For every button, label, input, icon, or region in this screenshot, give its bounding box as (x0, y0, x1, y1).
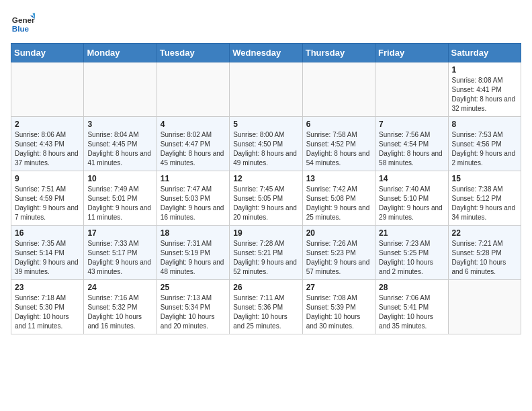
day-number: 28 (379, 283, 444, 292)
calendar-cell: 6Sunrise: 7:58 AMSunset: 4:52 PMDaylight… (302, 117, 375, 171)
calendar-cell: 10Sunrise: 7:49 AMSunset: 5:01 PMDayligh… (84, 171, 157, 226)
day-number: 24 (87, 283, 152, 292)
day-info: Sunrise: 7:40 AMSunset: 5:10 PMDaylight:… (379, 185, 444, 222)
calendar-table: SundayMondayTuesdayWednesdayThursdayFrid… (11, 43, 521, 334)
day-info: Sunrise: 8:06 AMSunset: 4:43 PMDaylight:… (15, 130, 80, 168)
calendar-cell: 21Sunrise: 7:23 AMSunset: 5:25 PMDayligh… (375, 226, 448, 280)
day-number: 9 (15, 174, 80, 183)
calendar-cell: 14Sunrise: 7:40 AMSunset: 5:10 PMDayligh… (375, 171, 448, 226)
day-info: Sunrise: 7:42 AMSunset: 5:08 PMDaylight:… (306, 185, 371, 222)
day-info: Sunrise: 7:18 AMSunset: 5:30 PMDaylight:… (15, 293, 80, 331)
day-number: 12 (233, 174, 298, 183)
calendar-cell: 28Sunrise: 7:06 AMSunset: 5:41 PMDayligh… (375, 280, 448, 334)
calendar-cell: 24Sunrise: 7:16 AMSunset: 5:32 PMDayligh… (84, 280, 157, 334)
day-number: 18 (161, 228, 226, 238)
weekday-header-saturday: Saturday (448, 44, 521, 62)
day-number: 7 (379, 120, 444, 129)
calendar-cell: 2Sunrise: 8:06 AMSunset: 4:43 PMDaylight… (11, 117, 84, 171)
calendar-cell: 11Sunrise: 7:47 AMSunset: 5:03 PMDayligh… (157, 171, 229, 226)
day-number: 2 (15, 120, 80, 129)
calendar-cell (84, 62, 157, 117)
day-info: Sunrise: 8:08 AMSunset: 4:41 PMDaylight:… (452, 76, 517, 113)
calendar-cell: 19Sunrise: 7:28 AMSunset: 5:21 PMDayligh… (230, 226, 302, 280)
day-number: 22 (452, 228, 517, 238)
calendar-cell (448, 280, 521, 334)
calendar-week-row: 16Sunrise: 7:35 AMSunset: 5:14 PMDayligh… (11, 226, 521, 280)
day-number: 21 (379, 228, 444, 238)
day-number: 27 (306, 283, 371, 292)
day-number: 14 (379, 174, 444, 183)
day-number: 5 (233, 120, 298, 129)
day-info: Sunrise: 7:16 AMSunset: 5:32 PMDaylight:… (87, 293, 152, 331)
day-info: Sunrise: 7:21 AMSunset: 5:28 PMDaylight:… (452, 239, 517, 277)
calendar-cell: 1Sunrise: 8:08 AMSunset: 4:41 PMDaylight… (448, 62, 521, 117)
calendar-cell: 18Sunrise: 7:31 AMSunset: 5:19 PMDayligh… (157, 226, 229, 280)
calendar-cell (230, 62, 302, 117)
day-info: Sunrise: 7:56 AMSunset: 4:54 PMDaylight:… (379, 130, 444, 168)
calendar-cell: 9Sunrise: 7:51 AMSunset: 4:59 PMDaylight… (11, 171, 84, 226)
day-number: 25 (161, 283, 226, 292)
day-number: 6 (306, 120, 371, 129)
calendar-cell: 7Sunrise: 7:56 AMSunset: 4:54 PMDaylight… (375, 117, 448, 171)
day-number: 11 (161, 174, 226, 183)
day-info: Sunrise: 7:38 AMSunset: 5:12 PMDaylight:… (452, 185, 517, 222)
calendar-cell (157, 62, 229, 117)
day-number: 13 (306, 174, 371, 183)
calendar-cell (375, 62, 448, 117)
calendar-cell: 23Sunrise: 7:18 AMSunset: 5:30 PMDayligh… (11, 280, 84, 334)
day-info: Sunrise: 7:58 AMSunset: 4:52 PMDaylight:… (306, 130, 371, 168)
calendar-cell: 15Sunrise: 7:38 AMSunset: 5:12 PMDayligh… (448, 171, 521, 226)
day-info: Sunrise: 7:11 AMSunset: 5:36 PMDaylight:… (233, 293, 298, 331)
day-info: Sunrise: 7:08 AMSunset: 5:39 PMDaylight:… (306, 293, 371, 331)
svg-text:General: General (12, 15, 35, 24)
calendar-cell: 17Sunrise: 7:33 AMSunset: 5:17 PMDayligh… (84, 226, 157, 280)
calendar-cell: 27Sunrise: 7:08 AMSunset: 5:39 PMDayligh… (302, 280, 375, 334)
calendar-cell: 20Sunrise: 7:26 AMSunset: 5:23 PMDayligh… (302, 226, 375, 280)
day-number: 8 (452, 120, 517, 129)
day-number: 19 (233, 228, 298, 238)
calendar-cell: 25Sunrise: 7:13 AMSunset: 5:34 PMDayligh… (157, 280, 229, 334)
calendar-cell (11, 62, 84, 117)
calendar-week-row: 2Sunrise: 8:06 AMSunset: 4:43 PMDaylight… (11, 117, 521, 171)
calendar-week-row: 1Sunrise: 8:08 AMSunset: 4:41 PMDaylight… (11, 62, 521, 117)
calendar-cell: 5Sunrise: 8:00 AMSunset: 4:50 PMDaylight… (230, 117, 302, 171)
day-number: 16 (15, 228, 80, 238)
weekday-header-sunday: Sunday (11, 44, 84, 62)
calendar-cell (302, 62, 375, 117)
calendar-cell: 12Sunrise: 7:45 AMSunset: 5:05 PMDayligh… (230, 171, 302, 226)
day-info: Sunrise: 7:26 AMSunset: 5:23 PMDaylight:… (306, 239, 371, 277)
day-info: Sunrise: 7:28 AMSunset: 5:21 PMDaylight:… (233, 239, 298, 277)
calendar-week-row: 23Sunrise: 7:18 AMSunset: 5:30 PMDayligh… (11, 280, 521, 334)
calendar-cell: 13Sunrise: 7:42 AMSunset: 5:08 PMDayligh… (302, 171, 375, 226)
calendar-header-row: SundayMondayTuesdayWednesdayThursdayFrid… (11, 44, 521, 62)
calendar-cell: 16Sunrise: 7:35 AMSunset: 5:14 PMDayligh… (11, 226, 84, 280)
day-number: 17 (87, 228, 152, 238)
calendar-cell: 4Sunrise: 8:02 AMSunset: 4:47 PMDaylight… (157, 117, 229, 171)
day-number: 20 (306, 228, 371, 238)
logo: General Blue (11, 11, 38, 35)
day-info: Sunrise: 8:00 AMSunset: 4:50 PMDaylight:… (233, 130, 298, 168)
weekday-header-thursday: Thursday (302, 44, 375, 62)
calendar-cell: 3Sunrise: 8:04 AMSunset: 4:45 PMDaylight… (84, 117, 157, 171)
day-info: Sunrise: 7:51 AMSunset: 4:59 PMDaylight:… (15, 185, 80, 222)
calendar-cell: 22Sunrise: 7:21 AMSunset: 5:28 PMDayligh… (448, 226, 521, 280)
day-info: Sunrise: 7:53 AMSunset: 4:56 PMDaylight:… (452, 130, 517, 168)
calendar-week-row: 9Sunrise: 7:51 AMSunset: 4:59 PMDaylight… (11, 171, 521, 226)
calendar-cell: 8Sunrise: 7:53 AMSunset: 4:56 PMDaylight… (448, 117, 521, 171)
day-number: 10 (87, 174, 152, 183)
day-number: 26 (233, 283, 298, 292)
day-number: 4 (161, 120, 226, 129)
weekday-header-tuesday: Tuesday (157, 44, 229, 62)
svg-text:Blue: Blue (12, 24, 30, 33)
day-info: Sunrise: 7:33 AMSunset: 5:17 PMDaylight:… (87, 239, 152, 277)
weekday-header-wednesday: Wednesday (230, 44, 302, 62)
calendar-cell: 26Sunrise: 7:11 AMSunset: 5:36 PMDayligh… (230, 280, 302, 334)
day-info: Sunrise: 8:04 AMSunset: 4:45 PMDaylight:… (87, 130, 152, 168)
day-info: Sunrise: 7:06 AMSunset: 5:41 PMDaylight:… (379, 293, 444, 331)
day-info: Sunrise: 8:02 AMSunset: 4:47 PMDaylight:… (161, 130, 226, 168)
day-number: 15 (452, 174, 517, 183)
day-info: Sunrise: 7:23 AMSunset: 5:25 PMDaylight:… (379, 239, 444, 277)
day-number: 23 (15, 283, 80, 292)
day-info: Sunrise: 7:45 AMSunset: 5:05 PMDaylight:… (233, 185, 298, 222)
weekday-header-monday: Monday (84, 44, 157, 62)
